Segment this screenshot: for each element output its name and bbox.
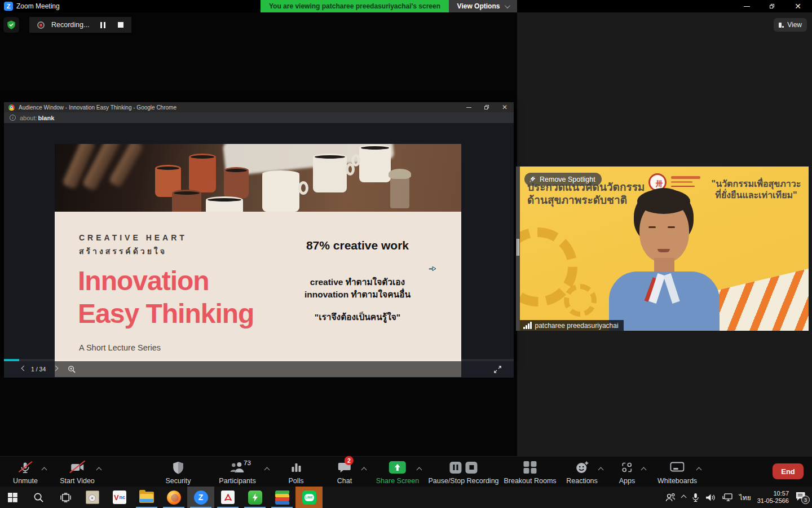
recording-indicator: Recording... bbox=[29, 17, 131, 33]
unpin-icon bbox=[529, 176, 536, 183]
url-scheme: about: bbox=[20, 115, 37, 121]
speaker-icon[interactable] bbox=[705, 493, 716, 502]
polls-icon bbox=[290, 461, 302, 474]
share-screen-button[interactable]: Share Screen bbox=[376, 460, 419, 485]
memu-icon bbox=[248, 491, 262, 505]
slide-title: Innovation Easy Thinking bbox=[78, 265, 254, 330]
chat-button[interactable]: 2 Chat bbox=[337, 460, 352, 485]
apps-options-chevron[interactable] bbox=[641, 467, 647, 473]
view-layout-button[interactable]: View bbox=[774, 18, 807, 32]
whiteboards-button[interactable]: Whiteboards bbox=[657, 460, 697, 485]
chrome-restore-button[interactable] bbox=[478, 102, 496, 112]
spotlight-video-tile[interactable]: ประกวดแนวคิดนวัตกรรม ด้านสุขภาพระดับชาติ… bbox=[520, 167, 809, 331]
network-display-icon[interactable] bbox=[722, 493, 733, 502]
unmute-options-chevron[interactable] bbox=[42, 467, 47, 473]
taskbar-app-firefox[interactable] bbox=[160, 487, 187, 508]
breakout-rooms-button[interactable]: Breakout Rooms bbox=[504, 460, 556, 485]
taskbar-app-vnc[interactable]: Vnc bbox=[106, 487, 133, 508]
taskbar-app-bluestacks[interactable] bbox=[268, 487, 295, 508]
participant-name-label: patcharee preedasuriyachai bbox=[520, 320, 624, 331]
restore-button[interactable] bbox=[759, 0, 785, 12]
pause-stop-recording-button[interactable]: Pause/Stop Recording bbox=[428, 460, 498, 485]
slide-navbar: 1 / 34 bbox=[4, 361, 514, 378]
clock-date: 31-05-2566 bbox=[757, 497, 789, 505]
windows-logo-icon bbox=[8, 493, 17, 502]
breakout-rooms-icon bbox=[524, 461, 537, 474]
screen-share-banner-text: You are viewing patcharee preedasuriyach… bbox=[269, 2, 440, 10]
url-host: blank bbox=[38, 115, 55, 121]
slide-kicker: CREATIVE HEART bbox=[79, 233, 187, 242]
prev-slide-button[interactable] bbox=[21, 366, 27, 371]
start-video-button[interactable]: Start Video bbox=[60, 460, 95, 485]
taskbar-app-installer[interactable] bbox=[79, 487, 106, 508]
minimize-icon bbox=[744, 6, 750, 7]
view-options-button[interactable]: View Options bbox=[449, 0, 517, 12]
chrome-titlebar[interactable]: Audience Window - Innovation Easy Thinki… bbox=[4, 102, 514, 112]
start-button[interactable] bbox=[0, 487, 25, 508]
audio-level-icon bbox=[523, 322, 532, 329]
chrome-minimize-button[interactable] bbox=[460, 102, 478, 112]
task-view-button[interactable] bbox=[52, 487, 79, 508]
taskbar-app-file-explorer[interactable] bbox=[133, 487, 160, 508]
chat-options-chevron[interactable] bbox=[361, 467, 367, 473]
vnc-icon: Vnc bbox=[113, 491, 126, 504]
slide-stat: 87% creative work bbox=[284, 239, 431, 252]
security-shield-icon bbox=[173, 461, 184, 474]
chrome-url-bar[interactable]: i about: blank bbox=[4, 112, 514, 123]
acrobat-icon bbox=[221, 491, 235, 504]
pause-recording-button[interactable] bbox=[100, 22, 105, 28]
zoom-toolbar: Unmute Start Video Security bbox=[0, 456, 812, 487]
meeting-info-button[interactable] bbox=[3, 17, 19, 33]
zoom-app-icon: Z bbox=[4, 2, 13, 11]
mouse-cursor-icon bbox=[428, 264, 437, 273]
polls-button[interactable]: Polls bbox=[288, 460, 303, 485]
firefox-icon bbox=[167, 491, 181, 505]
minimize-button[interactable] bbox=[734, 0, 760, 12]
notification-center-button[interactable]: 3 bbox=[795, 491, 806, 504]
chrome-window: Audience Window - Innovation Easy Thinki… bbox=[4, 102, 514, 367]
gear-graphic-small bbox=[564, 284, 597, 317]
participants-count: 73 bbox=[244, 459, 251, 466]
stop-recording-button[interactable] bbox=[118, 22, 123, 28]
apps-button[interactable]: Apps bbox=[619, 460, 636, 485]
participants-button[interactable]: 73 Participants bbox=[219, 460, 255, 485]
reactions-button[interactable]: Reactions bbox=[566, 460, 598, 485]
taskbar-app-memu[interactable] bbox=[241, 487, 268, 508]
hidden-icons-chevron[interactable] bbox=[681, 494, 686, 500]
participant-shoulders bbox=[609, 271, 720, 331]
chrome-close-button[interactable]: ✕ bbox=[496, 102, 514, 112]
security-button[interactable]: Security bbox=[165, 460, 191, 485]
slide-page-indicator: 1 / 34 bbox=[31, 366, 46, 373]
language-indicator[interactable]: ไทย bbox=[739, 492, 751, 503]
unmute-button[interactable]: Unmute bbox=[13, 460, 38, 485]
stop-icon bbox=[466, 462, 478, 474]
slide-nav-overlay bbox=[55, 361, 461, 377]
pane-resize-handle[interactable] bbox=[516, 167, 520, 331]
windows-taskbar: Vnc Z LINE bbox=[0, 487, 812, 508]
zoom-in-button[interactable] bbox=[68, 365, 76, 374]
taskbar-app-line[interactable]: LINE bbox=[295, 487, 323, 508]
glass-jar-graphic bbox=[390, 177, 409, 208]
taskbar-app-acrobat[interactable] bbox=[214, 487, 241, 508]
screen-share-banner: You are viewing patcharee preedasuriyach… bbox=[261, 0, 449, 12]
taskbar-clock[interactable]: 10:57 31-05-2566 bbox=[757, 490, 789, 505]
layout-icon bbox=[779, 23, 784, 28]
remove-spotlight-button[interactable]: Remove Spotlight bbox=[524, 173, 602, 186]
participants-options-chevron[interactable] bbox=[264, 467, 270, 473]
people-tray-icon[interactable] bbox=[665, 493, 676, 502]
close-icon: ✕ bbox=[795, 2, 801, 10]
fullscreen-button[interactable] bbox=[493, 365, 502, 374]
clock-time: 10:57 bbox=[757, 490, 789, 497]
page-info-icon[interactable]: i bbox=[10, 115, 16, 121]
taskbar-search-button[interactable] bbox=[25, 487, 52, 508]
tray-microphone-icon[interactable] bbox=[692, 493, 699, 502]
reactions-options-chevron[interactable] bbox=[598, 467, 604, 473]
close-button[interactable]: ✕ bbox=[785, 0, 811, 12]
taskbar-app-zoom[interactable]: Z bbox=[187, 487, 214, 508]
end-meeting-button[interactable]: End bbox=[773, 463, 804, 479]
zoom-app-taskbar-icon: Z bbox=[194, 491, 208, 505]
notification-count-badge: 3 bbox=[801, 496, 810, 504]
video-options-chevron[interactable] bbox=[96, 467, 102, 473]
presentation-slide: CREATIVE HEART สร้างสรรค์ด้วยใจ Innovati… bbox=[55, 144, 461, 361]
restore-icon bbox=[770, 4, 774, 8]
